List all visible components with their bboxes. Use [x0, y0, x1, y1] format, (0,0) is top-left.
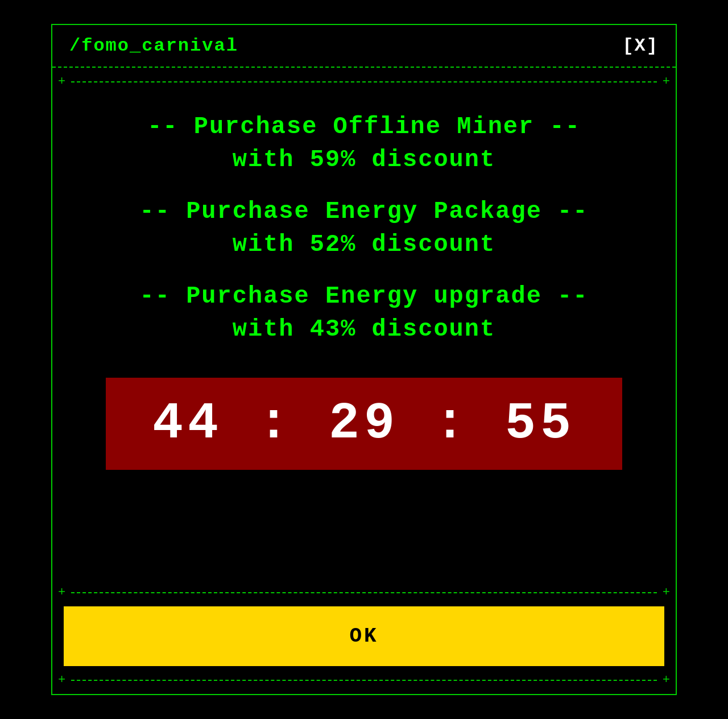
very-bottom-separator: + + — [52, 666, 676, 694]
corner-plus-bottom-left: + — [52, 585, 71, 600]
timer-display: 44 : 29 : 55 — [152, 395, 576, 453]
dialog-title: /fomo_carnival — [69, 35, 238, 56]
corner-plus-left: + — [52, 75, 71, 89]
ok-button[interactable]: OK — [64, 606, 664, 666]
corner-plus-bottom-right: + — [657, 585, 676, 600]
dashes-bottom — [71, 592, 657, 593]
promo-2-discount: with 52% discount — [233, 230, 495, 259]
dashes-top — [71, 81, 657, 82]
top-separator: + + — [52, 68, 676, 96]
countdown-timer: 44 : 29 : 55 — [106, 378, 622, 470]
promo-1-discount: with 59% discount — [233, 146, 495, 174]
promo-2: -- Purchase Energy Package -- with 52% d… — [75, 197, 653, 276]
promo-3-discount: with 43% discount — [233, 315, 495, 344]
corner-plus-vb-left: + — [52, 673, 71, 687]
dashes-vb — [71, 680, 657, 681]
promo-1: -- Purchase Offline Miner -- with 59% di… — [75, 113, 653, 192]
ok-wrapper: OK — [52, 606, 676, 666]
promo-3-title: -- Purchase Energy upgrade -- — [140, 282, 589, 311]
corner-plus-right: + — [657, 75, 676, 89]
bottom-separator: + + — [52, 578, 676, 606]
promo-3: -- Purchase Energy upgrade -- with 43% d… — [75, 282, 653, 361]
close-button[interactable]: [X] — [622, 35, 659, 56]
corner-plus-vb-right: + — [657, 673, 676, 687]
main-content: -- Purchase Offline Miner -- with 59% di… — [52, 96, 676, 578]
header-bar: /fomo_carnival [X] — [52, 25, 676, 68]
promo-2-title: -- Purchase Energy Package -- — [140, 197, 589, 226]
dialog-container: /fomo_carnival [X] + + -- Purchase Offli… — [51, 24, 677, 695]
promo-1-title: -- Purchase Offline Miner -- — [147, 113, 581, 141]
